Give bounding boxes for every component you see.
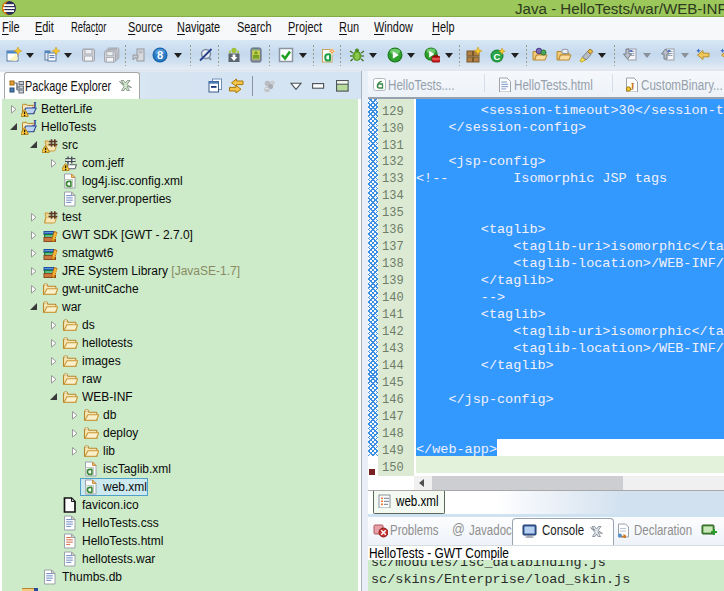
svg-text:C: C [494, 51, 501, 62]
svg-text:J: J [32, 119, 37, 128]
svg-text:8: 8 [157, 49, 163, 61]
svg-text:J: J [32, 101, 37, 110]
